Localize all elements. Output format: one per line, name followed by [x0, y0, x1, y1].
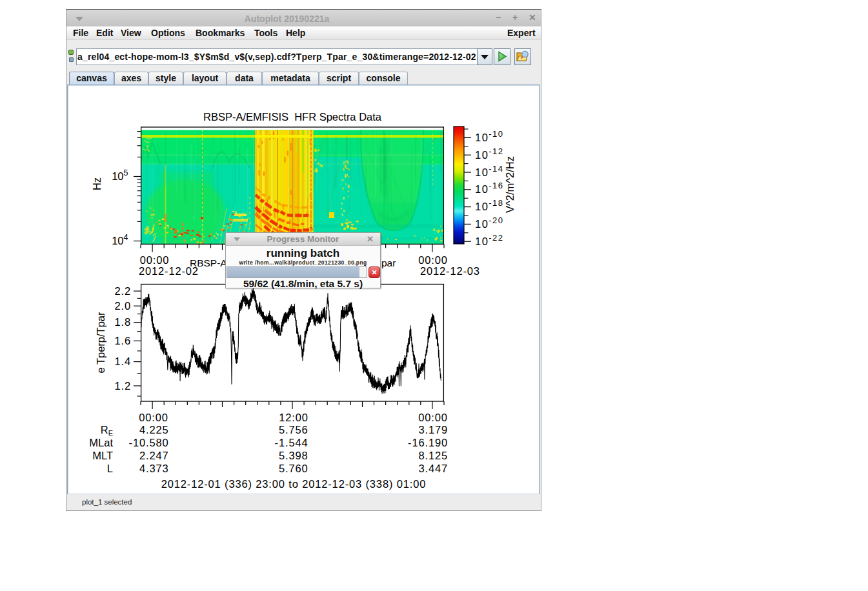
svg-text:2.2: 2.2	[115, 285, 132, 297]
svg-text:10-22: 10-22	[475, 233, 503, 247]
svg-text:2012-12-01 (336) 23:00 to 2012: 2012-12-01 (336) 23:00 to 2012-12-03 (33…	[161, 478, 427, 490]
svg-text:1.2: 1.2	[115, 380, 132, 392]
svg-text:par: par	[381, 257, 396, 268]
svg-text:00:00: 00:00	[139, 412, 168, 423]
svg-text:L: L	[107, 463, 113, 474]
svg-text:MLat: MLat	[89, 437, 113, 448]
svg-text:RBSP-A/EMFISIS HFR Spectra Da: RBSP-A/EMFISIS HFR Spectra Data	[203, 111, 382, 123]
svg-text:10: 10	[112, 170, 123, 182]
svg-text:-10.580: -10.580	[129, 437, 169, 448]
svg-text:10-14: 10-14	[475, 164, 503, 178]
svg-text:2.247: 2.247	[139, 450, 169, 461]
svg-text:3.447: 3.447	[418, 463, 448, 474]
svg-text:8.125: 8.125	[418, 450, 448, 461]
svg-text:5.760: 5.760	[279, 463, 308, 474]
svg-text:00:00: 00:00	[418, 412, 448, 423]
svg-text:4.225: 4.225	[139, 424, 169, 436]
svg-text:10-10: 10-10	[475, 129, 503, 143]
svg-text:3.179: 3.179	[418, 424, 448, 436]
svg-text:1.8: 1.8	[115, 316, 132, 328]
svg-text:5.398: 5.398	[279, 450, 308, 461]
svg-text:5.756: 5.756	[279, 424, 308, 436]
svg-text:e Tperp/Tpar: e Tperp/Tpar	[95, 312, 106, 374]
svg-text:Hz: Hz	[91, 177, 103, 190]
svg-text:10-16: 10-16	[475, 181, 503, 195]
svg-text:5: 5	[124, 168, 128, 177]
svg-text:10-18: 10-18	[475, 198, 503, 212]
svg-text:4: 4	[124, 233, 128, 242]
svg-text:1.6: 1.6	[115, 335, 132, 346]
svg-text:00:00: 00:00	[418, 254, 448, 266]
svg-text:10-20: 10-20	[475, 215, 503, 230]
svg-text:4.373: 4.373	[139, 463, 169, 474]
svg-text:10: 10	[112, 235, 123, 246]
svg-text:RBSP-A: RBSP-A	[190, 257, 227, 268]
svg-text:10-12: 10-12	[475, 146, 503, 161]
svg-text:-1.544: -1.544	[275, 437, 308, 448]
svg-text:12:00: 12:00	[279, 412, 308, 423]
svg-text:00:00: 00:00	[140, 254, 170, 266]
svg-text:RE: RE	[101, 424, 113, 437]
svg-text:2.0: 2.0	[115, 300, 132, 312]
svg-text:2012-12-03: 2012-12-03	[420, 265, 480, 277]
svg-text:1.4: 1.4	[115, 356, 132, 367]
svg-text:-16.190: -16.190	[408, 437, 448, 448]
svg-text:MLT: MLT	[92, 450, 113, 461]
svg-text:V^2/m^2/Hz: V^2/m^2/Hz	[504, 156, 516, 213]
